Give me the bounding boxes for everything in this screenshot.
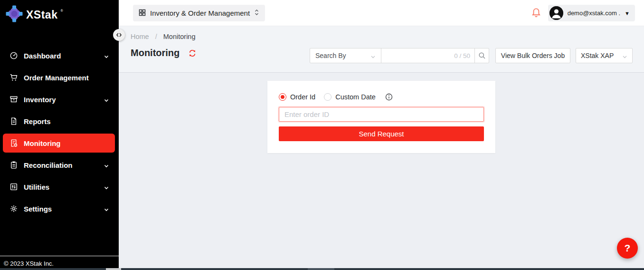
search-input-wrap: 0 / 50 — [381, 48, 475, 63]
info-icon[interactable] — [385, 93, 393, 101]
order-id-radio-label: Order Id — [290, 93, 315, 101]
logo[interactable]: XStak ® — [5, 4, 63, 25]
user-menu[interactable]: demo@xstak.com . ▼ — [548, 5, 635, 21]
sidebar-item-dashboard[interactable]: Dashboard — [3, 46, 115, 65]
custom-date-radio[interactable] — [324, 93, 331, 101]
cart-icon — [9, 73, 18, 82]
search-group: Search By 0 / 50 — [310, 48, 489, 63]
chevron-down-icon — [104, 206, 109, 212]
app-switcher-button[interactable]: Inventory & Order Management — [133, 5, 265, 21]
sidebar-nav: Dashboard Order Management Inventory — [3, 46, 115, 221]
view-bulk-orders-job-button[interactable]: View Bulk Orders Job — [495, 48, 570, 63]
chevron-down-icon — [622, 53, 627, 58]
chevron-down-icon — [104, 53, 109, 58]
sidebar-item-inventory[interactable]: Inventory — [3, 90, 115, 109]
breadcrumb-separator: / — [155, 33, 157, 40]
monitoring-file-icon — [9, 139, 18, 147]
sidebar-item-settings[interactable]: Settings — [3, 199, 115, 218]
topbar: Inventory & Order Management demo@xstak.… — [119, 0, 644, 26]
chevron-down-icon — [104, 184, 109, 190]
search-by-select[interactable]: Search By — [310, 48, 381, 63]
sidebar-item-reports[interactable]: Reports — [3, 112, 115, 131]
char-counter: 0 / 50 — [454, 52, 470, 59]
monitoring-request-card: Order Id Custom Date Send Request — [267, 81, 495, 153]
sidebar-item-label: Utilities — [24, 183, 104, 191]
app-switcher-label: Inventory & Order Management — [150, 9, 250, 17]
breadcrumb-home-link[interactable]: Home — [131, 33, 149, 40]
sidebar-item-order-management[interactable]: Order Management — [3, 68, 115, 87]
sidebar-item-label: Settings — [24, 205, 104, 213]
channel-select[interactable]: XStak XAP — [576, 48, 633, 63]
main-content: Order Id Custom Date Send Request — [119, 73, 644, 270]
sidebar-item-utilities[interactable]: Utilities — [3, 177, 115, 196]
search-icon — [478, 52, 486, 59]
chevron-down-icon — [370, 53, 376, 58]
search-button[interactable] — [474, 48, 489, 63]
sidebar-item-reconciliation[interactable]: Reconciliation — [3, 155, 115, 174]
page-header: Home / Monitoring Monitoring Search By 0… — [119, 26, 644, 73]
refresh-icon[interactable] — [188, 49, 197, 58]
breadcrumb: Home / Monitoring — [131, 33, 195, 40]
clipboard-icon — [9, 161, 18, 169]
logo-text: XStak — [26, 9, 57, 21]
order-id-radio[interactable] — [279, 93, 286, 101]
xstak-logo-icon — [5, 4, 24, 25]
logo-registered-mark: ® — [60, 9, 63, 12]
user-email: demo@xstak.com . — [568, 10, 620, 17]
sidebar: XStak ® Dashboard Order Management — [0, 0, 119, 270]
channel-select-value: XStak XAP — [581, 52, 614, 59]
caret-down-icon: ▼ — [625, 10, 630, 16]
grid-icon — [139, 9, 146, 18]
report-file-icon — [9, 117, 18, 125]
bottom-scrollbar[interactable] — [0, 268, 644, 270]
sidebar-item-label: Inventory — [24, 96, 104, 104]
chevron-down-icon — [104, 162, 109, 168]
sliders-icon — [9, 183, 18, 191]
avatar — [549, 6, 563, 20]
notification-bell-icon[interactable] — [531, 8, 541, 18]
sidebar-collapse-toggle[interactable] — [113, 29, 125, 41]
gear-icon — [9, 204, 18, 213]
search-mode-radios: Order Id Custom Date — [279, 93, 484, 101]
gauge-icon — [9, 51, 18, 60]
title-row: Monitoring — [131, 48, 197, 58]
collapse-chevrons-icon — [115, 31, 123, 39]
send-request-button[interactable]: Send Request — [279, 126, 484, 141]
inventory-box-icon — [9, 95, 18, 104]
order-id-input[interactable] — [279, 107, 484, 122]
sidebar-item-label: Order Management — [24, 74, 109, 82]
sidebar-item-label: Reports — [24, 117, 109, 125]
custom-date-radio-label: Custom Date — [335, 93, 376, 101]
breadcrumb-current: Monitoring — [163, 33, 196, 40]
sidebar-item-label: Dashboard — [24, 52, 104, 60]
sidebar-item-monitoring[interactable]: Monitoring — [3, 134, 115, 153]
chevron-down-icon — [104, 96, 109, 102]
help-button[interactable]: ? — [617, 238, 638, 259]
scrollbar-corner — [106, 268, 121, 270]
scrollbar-thumb[interactable] — [308, 268, 334, 270]
search-by-label: Search By — [315, 52, 346, 59]
updown-icon — [254, 9, 259, 17]
page-title: Monitoring — [131, 48, 180, 58]
sidebar-item-label: Monitoring — [24, 139, 109, 147]
sidebar-item-label: Reconciliation — [24, 161, 104, 169]
